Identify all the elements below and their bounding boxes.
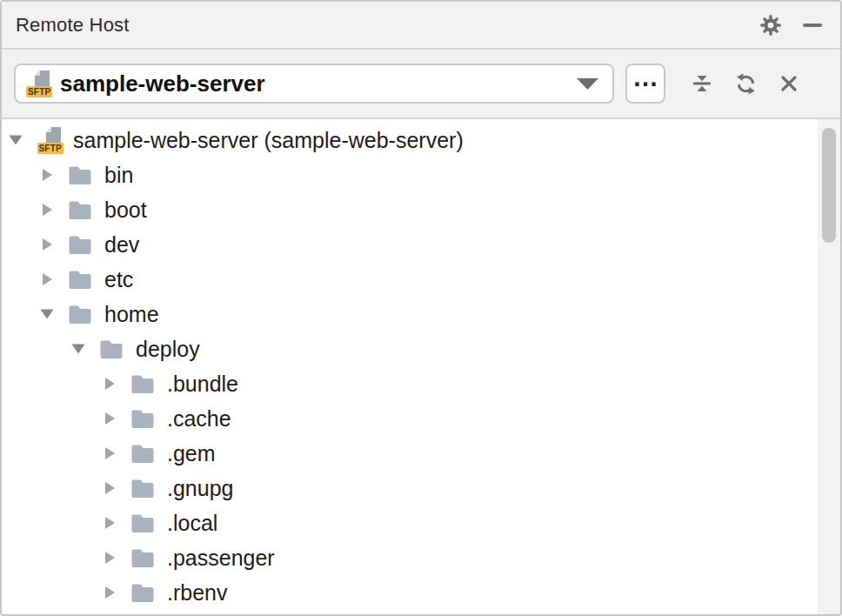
tree-row[interactable]: .cache xyxy=(2,401,840,436)
folder-icon xyxy=(130,440,155,467)
tree-row[interactable]: home xyxy=(2,297,840,331)
chevron-right-icon[interactable] xyxy=(103,377,117,391)
folder-icon xyxy=(130,475,155,502)
tree-row-label: .gem xyxy=(167,441,216,466)
chevron-down-icon[interactable] xyxy=(40,307,54,321)
sftp-badge: SFTP xyxy=(26,86,52,97)
chevron-right-icon[interactable] xyxy=(103,481,117,495)
page-title: Remote Host xyxy=(16,14,757,37)
tree-row[interactable]: SFTP sample-web-server (sample-web-serve… xyxy=(2,123,840,157)
tree-row-label: deploy xyxy=(136,337,200,362)
chevron-down-icon[interactable] xyxy=(71,342,85,356)
folder-icon xyxy=(99,336,124,363)
browse-button[interactable]: … xyxy=(625,64,665,104)
collapse-all-button[interactable] xyxy=(685,66,719,101)
minimize-icon xyxy=(803,23,822,27)
hide-button[interactable] xyxy=(799,11,826,39)
tree-row-label: .rbenv xyxy=(167,580,227,606)
chevron-right-icon[interactable] xyxy=(40,168,54,182)
gear-icon xyxy=(759,14,782,37)
tree-row[interactable]: dev xyxy=(2,227,840,262)
folder-icon xyxy=(130,545,155,572)
chevron-right-icon[interactable] xyxy=(103,516,117,530)
tree-row-label: etc xyxy=(104,267,133,292)
tree-row-label: sample-web-server (sample-web-server) xyxy=(73,128,464,153)
folder-icon xyxy=(130,405,155,432)
tree-row[interactable]: .rbenv xyxy=(2,575,840,610)
tree-row-label: .local xyxy=(167,511,217,536)
scrollbar[interactable] xyxy=(818,119,840,614)
tree-row[interactable]: bin xyxy=(2,157,840,192)
tree-rows: SFTP sample-web-server (sample-web-serve… xyxy=(2,119,840,610)
tree-row[interactable]: .gnupg xyxy=(2,471,840,506)
tool-window-header: Remote Host xyxy=(2,2,840,50)
server-selector-value: sample-web-server xyxy=(60,70,265,97)
chevron-down-icon[interactable] xyxy=(577,78,598,90)
tree-row-label: home xyxy=(104,302,159,327)
tree-row-label: .cache xyxy=(167,406,231,432)
tree-row[interactable]: .passenger xyxy=(2,540,840,575)
server-selector-dropdown[interactable]: SFTP sample-web-server xyxy=(14,64,614,104)
chevron-right-icon[interactable] xyxy=(103,446,117,460)
tree-row-label: bin xyxy=(104,163,133,188)
tree-row-label: boot xyxy=(104,198,147,223)
chevron-down-icon[interactable] xyxy=(9,133,23,147)
chevron-right-icon[interactable] xyxy=(103,586,117,599)
settings-button[interactable] xyxy=(757,11,785,39)
remote-host-tool-window: Remote Host xyxy=(0,0,842,616)
folder-icon xyxy=(68,301,92,328)
folder-icon xyxy=(68,197,92,224)
tree-row-label: .gnupg xyxy=(167,476,233,501)
tree-row[interactable]: etc xyxy=(2,262,840,297)
sftp-icon: SFTP xyxy=(26,70,50,97)
collapse-all-icon xyxy=(691,72,713,95)
refresh-button[interactable] xyxy=(728,66,763,101)
toolbar: SFTP sample-web-server … xyxy=(2,50,840,119)
tree-row-label: .bundle xyxy=(167,372,238,397)
chevron-right-icon[interactable] xyxy=(103,412,117,425)
file-tree: SFTP sample-web-server (sample-web-serve… xyxy=(2,119,840,614)
scrollbar-thumb[interactable] xyxy=(822,128,836,243)
tree-row[interactable]: .bundle xyxy=(2,366,840,401)
close-icon xyxy=(778,72,800,95)
folder-icon xyxy=(68,162,92,189)
folder-icon xyxy=(130,579,155,606)
folder-icon xyxy=(68,231,92,258)
tree-row[interactable]: .local xyxy=(2,506,840,540)
folder-icon xyxy=(130,371,155,398)
tree-row[interactable]: .gem xyxy=(2,436,840,471)
tree-row-label: .passenger xyxy=(167,546,275,571)
folder-icon xyxy=(130,510,155,537)
chevron-right-icon[interactable] xyxy=(103,551,117,565)
tree-row-label: dev xyxy=(104,232,139,258)
tree-row[interactable]: boot xyxy=(2,192,840,227)
chevron-right-icon[interactable] xyxy=(40,203,54,217)
chevron-right-icon[interactable] xyxy=(40,272,54,286)
refresh-icon xyxy=(734,72,758,96)
chevron-right-icon[interactable] xyxy=(40,238,54,251)
sftp-icon: SFTP xyxy=(37,127,61,154)
folder-icon xyxy=(68,266,92,293)
tree-row[interactable]: deploy xyxy=(2,331,840,366)
close-button[interactable] xyxy=(772,66,806,101)
